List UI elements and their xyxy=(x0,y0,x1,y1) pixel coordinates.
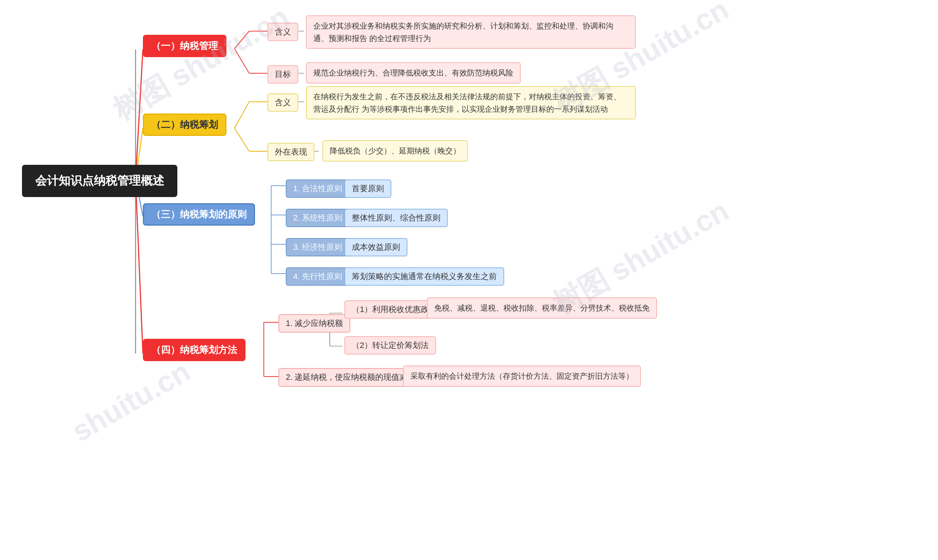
content-b2-waizaibiaoxian: 降低税负（少交）、延期纳税（晚交） xyxy=(322,140,468,162)
leaf-b1-hanyi: 含义 xyxy=(268,23,298,41)
leaf-b2-hanyi: 含义 xyxy=(268,93,298,112)
principle-2-result: 整体性原则、综合性原则 xyxy=(344,209,448,227)
svg-line-5 xyxy=(234,31,249,49)
content-b1-mubiao: 规范企业纳税行为、合理降低税收支出、有效防范纳税风险 xyxy=(306,62,521,83)
method-1-sub-1-result: 免税、减税、退税、税收扣除、税率差异、分劈技术、税收抵免 xyxy=(427,297,657,318)
leaf-b1-mubiao: 目标 xyxy=(268,65,298,83)
svg-line-13 xyxy=(234,128,249,151)
canvas: 树图 shuitu.cn 树图 shuitu.cn 树图 shuitu.cn s… xyxy=(0,0,938,560)
principle-4-result: 筹划策略的实施通常在纳税义务发生之前 xyxy=(344,268,504,286)
branch-b1: （一）纳税管理 xyxy=(143,35,226,57)
leaf-b2-waizaibiaoxian: 外在表现 xyxy=(268,143,314,161)
watermark-4: shuitu.cn xyxy=(66,354,196,448)
branch-b2: （二）纳税筹划 xyxy=(143,114,226,136)
content-b2-hanyi: 在纳税行为发生之前，在不违反税法及相关法律法规的前提下，对纳税主体的投资、筹资、… xyxy=(306,86,636,119)
content-b1-hanyi: 企业对其涉税业务和纳税实务所实施的研究和分析、计划和筹划、监控和处理、协调和沟通… xyxy=(306,15,636,49)
svg-line-7 xyxy=(234,49,249,73)
center-title: 会计知识点纳税管理概述 xyxy=(22,165,177,197)
svg-line-11 xyxy=(234,102,249,128)
branch-b4: （四）纳税筹划方法 xyxy=(143,339,245,361)
principle-3-result: 成本效益原则 xyxy=(344,238,407,256)
method-1-sub-2-label: （2）转让定价筹划法 xyxy=(344,336,436,355)
method-1-label: 1. 减少应纳税额 xyxy=(279,314,350,332)
method-2-result: 采取有利的会计处理方法（存货计价方法、固定资产折旧方法等） xyxy=(403,366,641,387)
principle-1-result: 首要原则 xyxy=(344,180,391,198)
svg-line-0 xyxy=(136,49,143,180)
branch-b3: （三）纳税筹划的原则 xyxy=(143,203,255,226)
svg-line-3 xyxy=(136,180,143,354)
